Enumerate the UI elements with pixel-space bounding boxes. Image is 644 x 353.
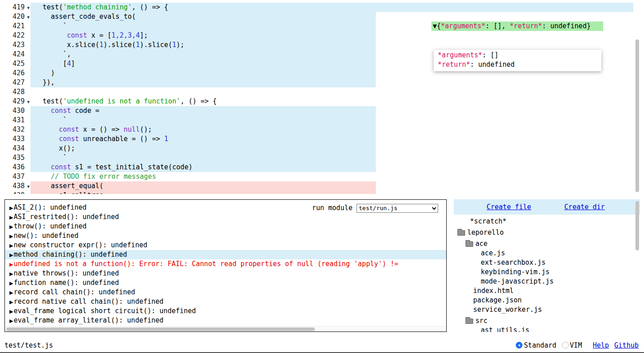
file-tree-item[interactable]: index.html — [454, 286, 640, 296]
test-result-row[interactable]: ▶undefined is not a function(): Error: F… — [5, 259, 446, 269]
fold-arrow-icon[interactable]: ▾ — [27, 3, 30, 13]
expand-triangle-icon[interactable]: ▶ — [9, 243, 13, 249]
radio-label-vim[interactable]: VIM — [570, 341, 582, 349]
line-highlight — [30, 59, 376, 69]
file-tree-item[interactable]: *scratch* — [454, 217, 640, 226]
gutter-line-number[interactable]: 424 — [0, 50, 30, 59]
gutter-line-number[interactable]: 423 — [0, 40, 30, 50]
gutter-line-number[interactable]: 439 — [0, 191, 30, 194]
gutter-line-number[interactable]: 436 — [0, 163, 30, 172]
test-result-row[interactable]: ▶function name(): undefined — [5, 278, 446, 288]
gutter-line-number[interactable]: 437 — [0, 172, 30, 181]
file-tree-item[interactable]: ace.js — [454, 249, 640, 258]
test-result-row[interactable]: ▶ASI_restrited(): undefined — [5, 212, 446, 222]
expand-triangle-icon[interactable]: ▶ — [9, 252, 13, 258]
editor-line[interactable]: 433 const unreachable = () => 1 — [0, 134, 644, 144]
fold-arrow-icon[interactable]: ▾ — [27, 97, 30, 107]
gutter-line-number[interactable]: 419▾ — [0, 3, 30, 12]
expand-triangle-icon[interactable]: ▶ — [9, 271, 13, 277]
editor-line[interactable]: 429▾ test('undefined is not a function',… — [0, 97, 644, 106]
file-tree-item[interactable]: service_worker.js — [454, 305, 640, 314]
editor-line[interactable]: 435 ` — [0, 153, 644, 163]
editor-line[interactable]: 438▾ assert_equal( — [0, 181, 644, 191]
gutter-line-number[interactable]: 429▾ — [0, 97, 30, 106]
editor-scrollbar[interactable] — [635, 39, 639, 192]
code-editor[interactable]: 419▾ test('method chaining', () => {420▾… — [0, 0, 644, 194]
radio-label-standard[interactable]: Standard — [524, 341, 556, 349]
file-tree-label: *scratch* — [470, 217, 506, 226]
create-dir-link[interactable]: Create dir — [564, 202, 605, 212]
console-hscrollbar[interactable] — [5, 326, 446, 331]
gutter-line-number[interactable]: 420▾ — [0, 12, 30, 22]
expand-triangle-icon[interactable]: ▶ — [9, 205, 13, 211]
gutter-line-number[interactable]: 422 — [0, 31, 30, 40]
radio-vim[interactable] — [562, 342, 569, 349]
file-tree-label: ast_utils.js — [481, 326, 529, 332]
editor-line[interactable]: 430 const code = — [0, 106, 644, 116]
gutter-line-number[interactable]: 430 — [0, 106, 30, 116]
editor-line[interactable]: 437 // TODO fix error messages — [0, 172, 644, 181]
module-select[interactable]: test/run.js — [357, 204, 438, 213]
line-highlight — [30, 78, 376, 87]
radio-standard[interactable] — [516, 342, 522, 349]
expand-triangle-icon[interactable]: ▶ — [9, 233, 13, 239]
help-link[interactable]: Help — [593, 341, 609, 349]
files-scrollbar[interactable] — [635, 201, 639, 250]
editor-line[interactable]: 436 const s1 = test_initial_state(code) — [0, 163, 644, 172]
create-file-link[interactable]: Create file — [487, 202, 531, 212]
eval-tooltip-row: *return*: undefined — [438, 60, 597, 69]
code-text: }), — [35, 78, 55, 87]
editor-line[interactable]: 431 ` — [0, 116, 644, 125]
expand-triangle-icon[interactable]: ▶ — [9, 318, 13, 324]
test-result-row[interactable]: ▶record native call chain(): undefined — [5, 297, 446, 306]
expand-triangle-icon[interactable]: ▶ — [9, 299, 13, 305]
file-tree-item[interactable]: package.json — [454, 296, 640, 305]
test-result-row[interactable]: ▶native throws(): undefined — [5, 269, 446, 278]
test-result-row[interactable]: ▶record call chain(): undefined — [5, 288, 446, 297]
console-hscrollbar-thumb[interactable] — [6, 327, 315, 331]
test-result-row[interactable]: ▶new(): undefined — [5, 231, 446, 241]
github-link[interactable]: Github — [614, 341, 639, 349]
test-result-row[interactable]: ▶method chaining(): undefined — [5, 250, 446, 259]
line-number: 438 — [13, 181, 25, 191]
editor-line[interactable]: 434 x(); — [0, 144, 644, 153]
gutter-line-number[interactable]: 431 — [0, 116, 30, 125]
editor-line[interactable]: 439 s1.calltree — [0, 191, 644, 194]
line-number: 432 — [13, 125, 25, 134]
expand-triangle-icon[interactable]: ▶ — [9, 309, 13, 314]
gutter-line-number[interactable]: 432 — [0, 125, 30, 134]
gutter-line-number[interactable]: 428 — [0, 87, 30, 97]
file-tree-folder[interactable]: ace — [454, 239, 640, 249]
file-tree-item[interactable]: ext-searchbox.js — [454, 258, 640, 267]
code-text: ` — [35, 153, 67, 163]
expand-triangle-icon[interactable]: ▶ — [9, 224, 13, 230]
expand-triangle-icon[interactable]: ▶ — [9, 290, 13, 296]
gutter-line-number[interactable]: 438▾ — [0, 181, 30, 191]
app-root: 419▾ test('method chaining', () => {420▾… — [0, 0, 644, 353]
file-tree-item[interactable]: mode-javascript.js — [454, 277, 640, 286]
gutter-line-number[interactable]: 433 — [0, 134, 30, 144]
line-number: 430 — [13, 106, 25, 116]
gutter-line-number[interactable]: 434 — [0, 144, 30, 153]
eval-tooltip-header[interactable]: ▼{*arguments*: [], *return*: undefined} — [431, 22, 603, 31]
gutter-line-number[interactable]: 426 — [0, 69, 30, 78]
gutter-line-number[interactable]: 435 — [0, 153, 30, 163]
test-result-row[interactable]: ▶new constructor expr(): undefined — [5, 241, 446, 250]
fold-arrow-icon[interactable]: ▾ — [27, 13, 30, 22]
test-result-row[interactable]: ▶eval_frame array_literal(): undefined — [5, 316, 446, 325]
fold-arrow-icon[interactable]: ▾ — [27, 182, 30, 191]
file-tree-folder[interactable]: leporello — [454, 228, 640, 237]
test-result-row[interactable]: ▶eval_frame logical short circuit(): und… — [5, 306, 446, 316]
run-module-row: run module test/run.js — [312, 203, 438, 213]
file-tree-item[interactable]: ast_utils.js — [454, 326, 640, 332]
expand-triangle-icon[interactable]: ▶ — [9, 280, 13, 286]
editor-line[interactable]: 432 const x = () => null(); — [0, 125, 644, 134]
expand-triangle-icon[interactable]: ▶ — [9, 215, 13, 220]
gutter-line-number[interactable]: 425 — [0, 59, 30, 69]
expand-triangle-icon[interactable]: ▶ — [9, 262, 13, 267]
test-result-row[interactable]: ▶throw(): undefined — [5, 222, 446, 231]
file-tree-item[interactable]: keybinding-vim.js — [454, 267, 640, 277]
gutter-line-number[interactable]: 421 — [0, 22, 30, 31]
gutter-line-number[interactable]: 427 — [0, 78, 30, 87]
file-tree-folder[interactable]: src — [454, 316, 640, 326]
